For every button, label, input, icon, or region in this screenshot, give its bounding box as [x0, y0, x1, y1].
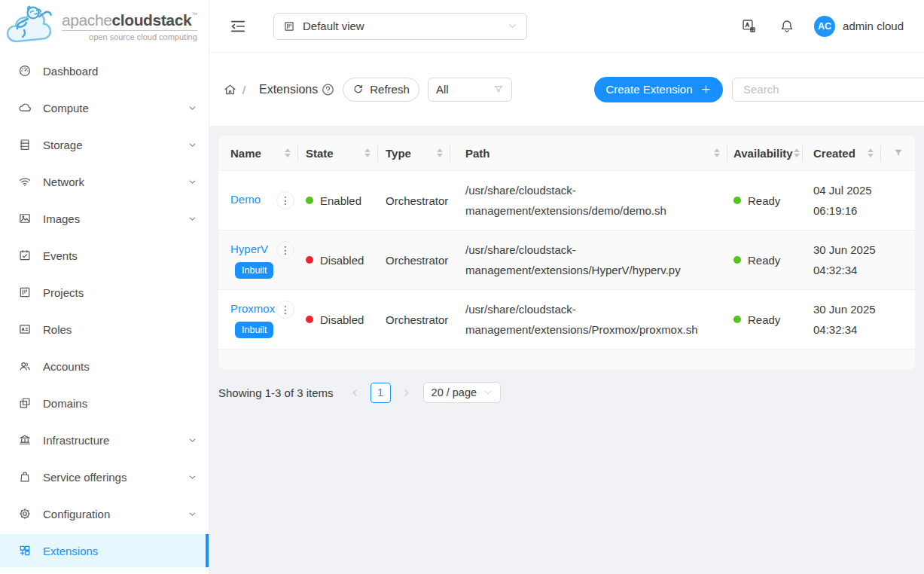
sidebar-item-extensions[interactable]: Extensions — [0, 534, 209, 567]
created-cell: 30 Jun 2025 04:32:34 — [803, 299, 881, 340]
user-menu[interactable]: AC admin cloud — [814, 16, 904, 37]
table-row: Proxmox Inbuilt ⋮ Disabled Orchestrator … — [218, 290, 915, 350]
team-icon — [18, 359, 32, 373]
appstore-add-icon — [18, 544, 32, 557]
status-dot-ready — [733, 197, 741, 204]
table-row: HyperV Inbuilt ⋮ Disabled Orchestrator /… — [218, 231, 915, 290]
plus-icon — [700, 84, 712, 95]
sidebar-menu: Dashboard Compute Storage Network Images… — [0, 53, 209, 567]
view-select[interactable]: Default view — [273, 13, 527, 40]
cloudstack-monkey-icon — [2, 2, 60, 50]
filter-select[interactable]: All — [428, 78, 512, 102]
sidebar-item-label: Roles — [43, 323, 72, 336]
top-header: Default view AC admin cloud — [209, 0, 924, 53]
more-actions-icon[interactable]: ⋮ — [276, 301, 294, 319]
bell-icon[interactable] — [779, 18, 794, 34]
status-dot-enabled — [306, 197, 313, 204]
page-number-button[interactable]: 1 — [371, 383, 391, 403]
chevron-down-icon — [188, 436, 197, 444]
sidebar-item-network[interactable]: Network — [0, 165, 209, 198]
create-extension-label: Create Extension — [605, 83, 692, 96]
breadcrumb-separator: / — [242, 83, 245, 96]
bank-icon — [18, 433, 32, 447]
status-dot-ready — [733, 316, 741, 323]
extension-link[interactable]: Proxmox — [230, 301, 275, 317]
path-cell: /usr/share/cloudstack-management/extensi… — [450, 299, 727, 340]
sidebar-item-label: Compute — [43, 102, 89, 114]
sidebar-item-configuration[interactable]: Configuration — [0, 497, 209, 530]
chevron-down-icon — [508, 21, 517, 31]
cloud-icon — [18, 101, 32, 114]
sidebar-item-dashboard[interactable]: Dashboard — [0, 54, 209, 87]
path-cell: /usr/share/cloudstack-management/extensi… — [450, 240, 727, 280]
path-cell: /usr/share/cloudstack-management/extensi… — [450, 180, 727, 221]
column-header-state[interactable]: State — [298, 136, 378, 170]
project-view-icon — [283, 20, 295, 32]
status-dot-ready — [733, 256, 741, 264]
extension-link[interactable]: Demo — [230, 191, 261, 208]
sidebar-item-roles[interactable]: Roles — [0, 313, 209, 346]
block-icon — [18, 396, 32, 410]
translation-icon[interactable] — [741, 18, 757, 34]
column-header-path[interactable]: Path — [450, 136, 727, 170]
more-actions-icon[interactable]: ⋮ — [276, 191, 294, 209]
extension-link[interactable]: HyperV — [230, 241, 268, 258]
refresh-button[interactable]: Refresh — [343, 78, 419, 102]
project-icon — [18, 285, 32, 299]
reload-icon — [352, 84, 364, 95]
sidebar-item-compute[interactable]: Compute — [0, 91, 209, 124]
chevron-down-icon — [483, 388, 492, 397]
picture-icon — [18, 212, 32, 225]
next-page-icon[interactable] — [401, 388, 411, 398]
sorter-icon — [714, 148, 720, 157]
extensions-table-card: Name State Type Path Availability Create… — [218, 136, 915, 369]
filter-funnel-icon — [893, 148, 904, 158]
create-extension-button[interactable]: Create Extension — [594, 77, 723, 102]
funnel-icon — [493, 84, 504, 95]
avatar: AC — [814, 16, 835, 37]
created-cell: 04 Jul 2025 06:19:16 — [803, 180, 881, 221]
table-row: Demo ⋮ Enabled Orchestrator /usr/share/c… — [218, 171, 915, 231]
more-actions-icon[interactable]: ⋮ — [276, 241, 294, 259]
view-select-value: Default view — [303, 20, 364, 32]
sidebar-item-images[interactable]: Images — [0, 202, 209, 235]
refresh-label: Refresh — [370, 83, 410, 96]
menu-fold-icon[interactable] — [230, 18, 246, 35]
column-header-name[interactable]: Name — [218, 136, 298, 170]
state-cell: Disabled — [298, 254, 378, 267]
chevron-down-icon — [188, 178, 197, 186]
column-header-availability[interactable]: Availability — [727, 136, 803, 170]
search-input[interactable] — [742, 82, 924, 96]
idcard-icon — [18, 322, 32, 336]
sidebar-item-label: Storage — [43, 139, 83, 151]
toolbar: / Extensions Refresh All Create Extensio… — [209, 53, 924, 126]
column-filter-button[interactable] — [881, 136, 915, 170]
sidebar-item-events[interactable]: Events — [0, 239, 209, 272]
inbuilt-badge: Inbuilt — [235, 262, 273, 279]
sidebar-item-accounts[interactable]: Accounts — [0, 350, 209, 383]
column-header-created[interactable]: Created — [803, 136, 881, 170]
sidebar-item-projects[interactable]: Projects — [0, 276, 209, 309]
filter-select-value: All — [436, 83, 449, 96]
page-size-select[interactable]: 20 / page — [423, 382, 501, 403]
type-cell: Orchestrator — [378, 194, 450, 207]
cloudstack-logo[interactable]: apachecloudstack™ open source cloud comp… — [0, 0, 209, 53]
sidebar-item-infrastructure[interactable]: Infrastructure — [0, 423, 209, 456]
sidebar-item-label: Domains — [43, 397, 87, 410]
help-circle-icon[interactable] — [321, 82, 335, 96]
logo-text: apachecloudstack™ open source cloud comp… — [62, 11, 197, 41]
prev-page-icon[interactable] — [350, 388, 360, 398]
name-cell: Proxmox Inbuilt — [230, 301, 275, 339]
search-box — [732, 78, 924, 102]
user-name: admin cloud — [843, 20, 904, 32]
column-header-type[interactable]: Type — [378, 136, 450, 170]
inbuilt-badge: Inbuilt — [235, 322, 273, 339]
pagination-summary: Showing 1-3 of 3 items — [218, 386, 334, 399]
sidebar-item-service-offerings[interactable]: Service offerings — [0, 460, 209, 493]
home-icon[interactable] — [223, 82, 237, 96]
sidebar-item-storage[interactable]: Storage — [0, 128, 209, 161]
chevron-down-icon — [188, 473, 197, 481]
chevron-down-icon — [188, 141, 197, 149]
sidebar-item-domains[interactable]: Domains — [0, 386, 209, 420]
database-icon — [18, 138, 32, 151]
